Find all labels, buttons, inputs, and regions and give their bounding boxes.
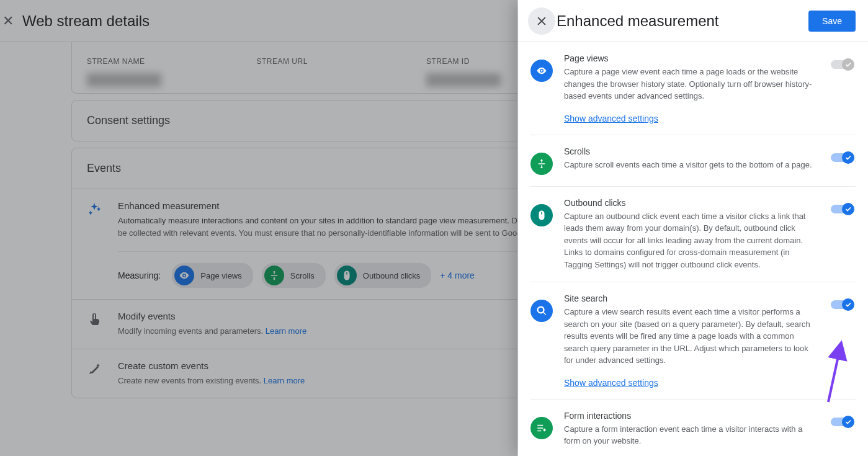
pill-scrolls: Scrolls <box>262 263 326 288</box>
create-custom-events-desc: Create new events from existing events. <box>118 376 264 385</box>
learn-more-link[interactable]: Learn more <box>264 376 305 385</box>
show-advanced-settings-link[interactable]: Show advanced settings <box>564 378 658 388</box>
save-button[interactable]: Save <box>808 11 856 32</box>
option-form_interactions: Form interactionsCapture a form interact… <box>530 400 856 457</box>
tap-icon <box>87 312 102 327</box>
form_interactions-icon <box>530 417 553 439</box>
option-site_search: Site searchCapture a view search results… <box>530 282 856 400</box>
stream-id-value <box>426 73 501 87</box>
sparkle-icon <box>87 202 102 217</box>
more-pills-link[interactable]: + 4 more <box>440 270 475 280</box>
consent-settings-label: Consent settings <box>87 114 170 127</box>
stream-url-label: STREAM URL <box>257 57 427 66</box>
learn-more-link[interactable]: Learn more <box>266 326 306 336</box>
close-icon[interactable]: ✕ <box>0 13 22 29</box>
form_interactions-toggle[interactable] <box>831 416 856 428</box>
site_search-toggle[interactable] <box>831 298 856 311</box>
panel-title: Enhanced measurement <box>557 12 808 30</box>
option-desc: Capture a view search results event each… <box>564 306 820 367</box>
enhanced-measurement-panel: Enhanced measurement Save Page viewsCapt… <box>518 0 868 456</box>
pill-label: Page views <box>200 271 241 280</box>
option-desc: Capture a page view event each time a pa… <box>564 66 820 102</box>
option-desc: Capture a form interaction event each ti… <box>564 423 820 447</box>
option-scrolls: ScrollsCapture scroll events each time a… <box>530 135 856 187</box>
eye-icon <box>174 266 194 285</box>
measuring-label: Measuring: <box>118 270 161 280</box>
pill-label: Outbound clicks <box>363 271 421 280</box>
option-title: Outbound clicks <box>564 198 820 208</box>
modify-events-desc: Modify incoming events and parameters. <box>118 326 266 336</box>
stream-name-value <box>87 73 161 87</box>
scrolls-toggle[interactable] <box>831 151 856 164</box>
option-desc: Capture an outbound click event each tim… <box>564 210 820 271</box>
stream-name-label: STREAM NAME <box>87 57 257 66</box>
option-title: Site search <box>564 293 820 303</box>
page_views-icon <box>530 60 553 82</box>
option-title: Page views <box>564 53 820 63</box>
wand-icon <box>87 362 102 377</box>
site_search-icon <box>530 300 553 322</box>
option-outbound_clicks: Outbound clicksCapture an outbound click… <box>530 187 856 283</box>
pill-outbound-clicks: Outbound clicks <box>334 263 432 288</box>
option-page_views: Page viewsCapture a page view event each… <box>530 42 856 135</box>
outbound_clicks-icon <box>530 204 553 226</box>
pill-label: Scrolls <box>290 271 315 280</box>
mouse-icon <box>337 266 357 285</box>
show-advanced-settings-link[interactable]: Show advanced settings <box>564 114 658 123</box>
pill-page-views: Page views <box>172 263 253 288</box>
option-title: Form interactions <box>564 411 820 421</box>
option-desc: Capture scroll events each time a visito… <box>564 159 820 171</box>
enhanced-measurement-bold: Automatically measure interactions and c… <box>118 216 509 225</box>
page-title: Web stream details <box>22 12 150 30</box>
scrolls-icon <box>530 153 553 175</box>
stream-url-value <box>257 73 263 87</box>
panel-body: Page viewsCapture a page view event each… <box>518 42 868 456</box>
outbound_clicks-toggle[interactable] <box>831 203 856 215</box>
option-title: Scrolls <box>564 146 820 156</box>
scroll-icon <box>264 266 284 285</box>
close-panel-button[interactable] <box>528 7 555 35</box>
page_views-toggle <box>831 58 856 71</box>
